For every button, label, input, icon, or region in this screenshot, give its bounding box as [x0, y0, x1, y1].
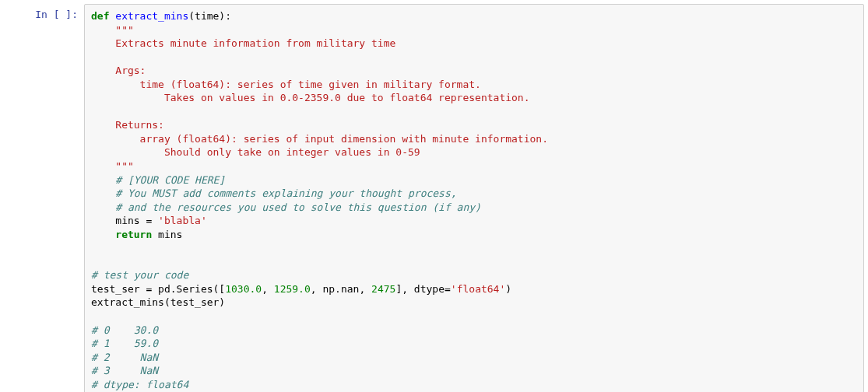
input-prompt: In [ ]:	[4, 4, 84, 22]
string-literal: 'blabla'	[158, 215, 207, 226]
docstring-open: """	[91, 24, 134, 36]
comment: # [YOUR CODE HERE]	[91, 174, 225, 186]
docstring-line: Args:	[91, 65, 146, 76]
keyword-def: def	[91, 10, 109, 22]
code-cell: In [ ]: def extract_mins(time): """ Extr…	[4, 4, 864, 392]
number: 1030.0	[225, 283, 262, 295]
docstring-line: array (float64): series of input dimensi…	[91, 133, 548, 145]
comment: # test your code	[91, 269, 188, 281]
comment: # 0 30.0	[91, 324, 158, 336]
comment: # 1 59.0	[91, 338, 158, 349]
docstring-line: Takes on values in 0.0-2359.0 due to flo…	[91, 92, 530, 103]
keyword-return: return	[115, 229, 152, 240]
docstring-line: Should only take on integer values in 0-…	[91, 146, 420, 158]
docstring-line: time (float64): series of time given in …	[91, 79, 481, 90]
code-content[interactable]: def extract_mins(time): """ Extracts min…	[91, 9, 857, 391]
comment: # 3 NaN	[91, 365, 158, 376]
comment: # You MUST add comments explaining your …	[91, 187, 457, 199]
docstring-close: """	[91, 160, 134, 172]
number: 1259.0	[274, 283, 311, 295]
code-input-area[interactable]: def extract_mins(time): """ Extracts min…	[84, 4, 864, 392]
docstring-line: Extracts minute information from militar…	[91, 37, 395, 49]
docstring-line: Returns:	[91, 119, 164, 131]
comment: # and the resources you used to solve th…	[91, 201, 481, 213]
comment: # dtype: float64	[91, 379, 188, 390]
number: 2475	[371, 283, 395, 295]
string-literal: 'float64'	[451, 283, 505, 295]
comment: # 2 NaN	[91, 352, 158, 363]
code-line: extract_mins(test_ser)	[91, 296, 225, 308]
function-name: extract_mins	[115, 10, 188, 22]
